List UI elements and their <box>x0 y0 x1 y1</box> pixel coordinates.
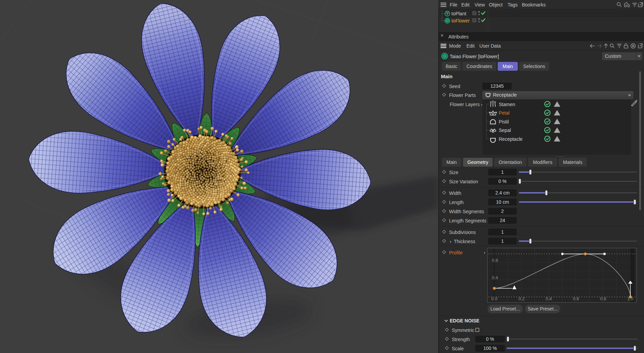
svg-text:0.4: 0.4 <box>492 275 498 280</box>
svg-text:0.0: 0.0 <box>491 296 497 301</box>
svg-text:0.2: 0.2 <box>518 296 525 301</box>
svg-text:0.4: 0.4 <box>546 296 552 301</box>
svg-text:0.8: 0.8 <box>600 296 606 301</box>
svg-text:0.6: 0.6 <box>573 296 579 301</box>
svg-text:0.8: 0.8 <box>492 258 498 263</box>
